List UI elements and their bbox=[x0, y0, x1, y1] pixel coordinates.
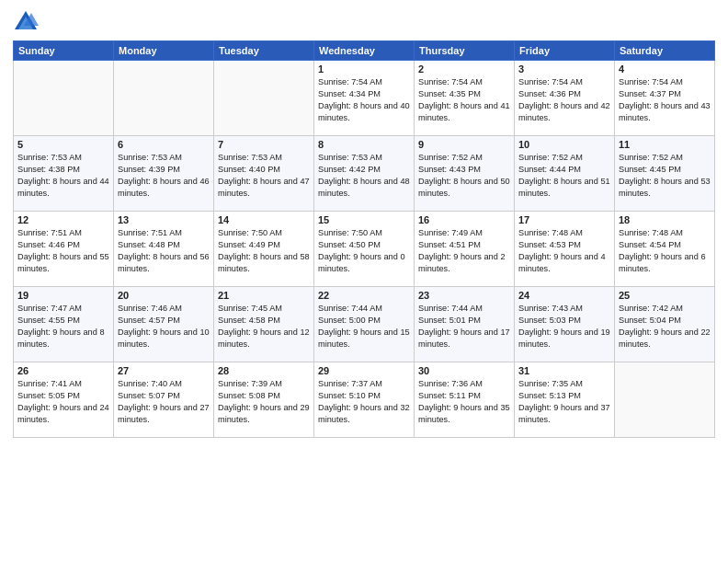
cell-text: Sunset: 4:39 PM bbox=[118, 164, 210, 176]
cell-text: Sunset: 4:42 PM bbox=[318, 164, 410, 176]
cell-text: Sunrise: 7:51 AM bbox=[118, 227, 210, 239]
day-number: 25 bbox=[619, 290, 711, 301]
cell-text: Daylight: 8 hours and 44 minutes. bbox=[17, 176, 109, 200]
cell-text: Daylight: 8 hours and 47 minutes. bbox=[218, 176, 310, 200]
cell-text: Sunrise: 7:53 AM bbox=[218, 152, 310, 164]
cell-text: Sunset: 5:03 PM bbox=[518, 315, 610, 327]
day-number: 20 bbox=[118, 290, 210, 301]
calendar-cell: 6Sunrise: 7:53 AMSunset: 4:39 PMDaylight… bbox=[114, 136, 214, 212]
cell-text: Sunrise: 7:48 AM bbox=[518, 227, 610, 239]
day-number: 4 bbox=[619, 63, 711, 75]
cell-text: Daylight: 8 hours and 55 minutes. bbox=[17, 251, 109, 275]
calendar-cell: 7Sunrise: 7:53 AMSunset: 4:40 PMDaylight… bbox=[214, 136, 314, 212]
cell-text: Sunrise: 7:39 AM bbox=[218, 378, 310, 390]
cell-text: Sunset: 4:48 PM bbox=[118, 239, 210, 251]
cell-text: Daylight: 9 hours and 22 minutes. bbox=[619, 327, 711, 350]
cell-text: Daylight: 9 hours and 17 minutes. bbox=[418, 327, 510, 350]
day-number: 29 bbox=[318, 365, 410, 376]
calendar-cell: 13Sunrise: 7:51 AMSunset: 4:48 PMDayligh… bbox=[114, 212, 214, 287]
cell-text: Daylight: 8 hours and 56 minutes. bbox=[118, 251, 210, 275]
day-number: 27 bbox=[118, 365, 210, 376]
cell-text: Sunrise: 7:35 AM bbox=[518, 378, 610, 390]
cell-text: Sunset: 4:40 PM bbox=[218, 164, 310, 176]
cell-text: Sunset: 4:45 PM bbox=[619, 164, 711, 176]
day-number: 28 bbox=[218, 365, 310, 376]
weekday-header-thursday: Thursday bbox=[415, 41, 515, 61]
day-number: 11 bbox=[619, 139, 711, 150]
cell-text: Sunrise: 7:51 AM bbox=[17, 227, 109, 239]
day-number: 13 bbox=[118, 214, 210, 225]
day-number: 19 bbox=[17, 290, 109, 301]
calendar-cell: 20Sunrise: 7:46 AMSunset: 4:57 PMDayligh… bbox=[114, 287, 214, 362]
day-number: 3 bbox=[518, 63, 610, 75]
cell-text: Daylight: 9 hours and 35 minutes. bbox=[418, 402, 510, 426]
cell-text: Sunset: 5:07 PM bbox=[118, 390, 210, 402]
cell-text: Sunset: 4:58 PM bbox=[218, 315, 310, 327]
calendar-cell: 9Sunrise: 7:52 AMSunset: 4:43 PMDaylight… bbox=[415, 136, 515, 212]
cell-text: Sunset: 4:34 PM bbox=[318, 88, 410, 100]
weekday-header-sunday: Sunday bbox=[14, 41, 114, 61]
day-number: 1 bbox=[318, 63, 410, 75]
cell-text: Sunrise: 7:52 AM bbox=[619, 152, 711, 164]
cell-text: Sunrise: 7:50 AM bbox=[318, 227, 410, 239]
cell-text: Sunset: 5:13 PM bbox=[518, 390, 610, 402]
calendar-cell bbox=[114, 61, 214, 136]
calendar-cell: 26Sunrise: 7:41 AMSunset: 5:05 PMDayligh… bbox=[14, 362, 114, 438]
cell-text: Sunset: 5:00 PM bbox=[318, 315, 410, 327]
cell-text: Sunset: 5:10 PM bbox=[318, 390, 410, 402]
calendar-cell: 19Sunrise: 7:47 AMSunset: 4:55 PMDayligh… bbox=[14, 287, 114, 362]
weekday-header-monday: Monday bbox=[114, 41, 214, 61]
calendar-cell: 11Sunrise: 7:52 AMSunset: 4:45 PMDayligh… bbox=[615, 136, 715, 212]
cell-text: Sunrise: 7:47 AM bbox=[17, 303, 109, 315]
day-number: 17 bbox=[518, 214, 610, 225]
cell-text: Sunrise: 7:54 AM bbox=[418, 76, 510, 88]
calendar-cell: 12Sunrise: 7:51 AMSunset: 4:46 PMDayligh… bbox=[14, 212, 114, 287]
cell-text: Daylight: 9 hours and 8 minutes. bbox=[17, 327, 109, 350]
day-number: 2 bbox=[418, 63, 510, 75]
day-number: 23 bbox=[418, 290, 510, 301]
day-number: 12 bbox=[17, 214, 109, 225]
cell-text: Sunrise: 7:44 AM bbox=[318, 303, 410, 315]
cell-text: Sunrise: 7:52 AM bbox=[418, 152, 510, 164]
cell-text: Daylight: 8 hours and 46 minutes. bbox=[118, 176, 210, 200]
day-number: 18 bbox=[619, 214, 711, 225]
cell-text: Sunrise: 7:53 AM bbox=[17, 152, 109, 164]
calendar-cell bbox=[615, 362, 715, 438]
calendar-cell: 4Sunrise: 7:54 AMSunset: 4:37 PMDaylight… bbox=[615, 61, 715, 136]
cell-text: Sunrise: 7:53 AM bbox=[118, 152, 210, 164]
calendar-cell: 21Sunrise: 7:45 AMSunset: 4:58 PMDayligh… bbox=[214, 287, 314, 362]
day-number: 15 bbox=[318, 214, 410, 225]
cell-text: Sunset: 4:49 PM bbox=[218, 239, 310, 251]
cell-text: Daylight: 8 hours and 40 minutes. bbox=[318, 100, 410, 124]
calendar-cell: 31Sunrise: 7:35 AMSunset: 5:13 PMDayligh… bbox=[515, 362, 615, 438]
cell-text: Daylight: 9 hours and 2 minutes. bbox=[418, 251, 510, 275]
cell-text: Daylight: 9 hours and 15 minutes. bbox=[318, 327, 410, 350]
cell-text: Sunrise: 7:40 AM bbox=[118, 378, 210, 390]
cell-text: Sunset: 5:05 PM bbox=[17, 390, 109, 402]
cell-text: Sunrise: 7:54 AM bbox=[619, 76, 711, 88]
day-number: 7 bbox=[218, 139, 310, 150]
cell-text: Daylight: 9 hours and 37 minutes. bbox=[518, 402, 610, 426]
cell-text: Daylight: 8 hours and 50 minutes. bbox=[418, 176, 510, 200]
calendar-cell bbox=[214, 61, 314, 136]
cell-text: Sunset: 4:46 PM bbox=[17, 239, 109, 251]
cell-text: Sunrise: 7:53 AM bbox=[318, 152, 410, 164]
calendar-cell: 17Sunrise: 7:48 AMSunset: 4:53 PMDayligh… bbox=[515, 212, 615, 287]
cell-text: Sunrise: 7:50 AM bbox=[218, 227, 310, 239]
calendar-cell: 23Sunrise: 7:44 AMSunset: 5:01 PMDayligh… bbox=[415, 287, 515, 362]
cell-text: Sunrise: 7:37 AM bbox=[318, 378, 410, 390]
day-number: 24 bbox=[518, 290, 610, 301]
calendar-cell: 10Sunrise: 7:52 AMSunset: 4:44 PMDayligh… bbox=[515, 136, 615, 212]
cell-text: Sunset: 4:50 PM bbox=[318, 239, 410, 251]
day-number: 26 bbox=[17, 365, 109, 376]
calendar-cell: 28Sunrise: 7:39 AMSunset: 5:08 PMDayligh… bbox=[214, 362, 314, 438]
calendar-cell: 3Sunrise: 7:54 AMSunset: 4:36 PMDaylight… bbox=[515, 61, 615, 136]
weekday-header-wednesday: Wednesday bbox=[314, 41, 415, 61]
calendar-cell: 14Sunrise: 7:50 AMSunset: 4:49 PMDayligh… bbox=[214, 212, 314, 287]
cell-text: Daylight: 9 hours and 0 minutes. bbox=[318, 251, 410, 275]
calendar-cell: 1Sunrise: 7:54 AMSunset: 4:34 PMDaylight… bbox=[314, 61, 415, 136]
day-number: 16 bbox=[418, 214, 510, 225]
cell-text: Sunrise: 7:42 AM bbox=[619, 303, 711, 315]
cell-text: Sunset: 5:01 PM bbox=[418, 315, 510, 327]
cell-text: Sunset: 4:43 PM bbox=[418, 164, 510, 176]
